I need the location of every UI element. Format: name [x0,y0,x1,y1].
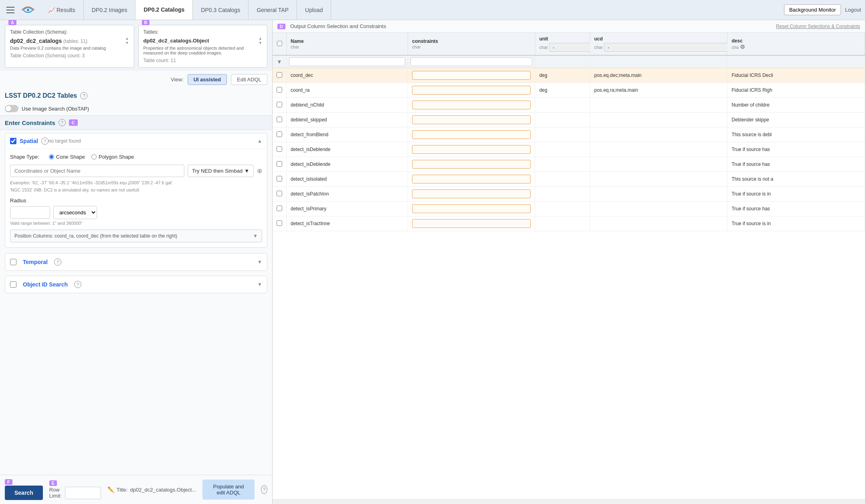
tab-dp03-catalogs[interactable]: DP0.3 Catalogs [193,0,249,20]
ucd-filter-select[interactable]: - [604,43,733,52]
temporal-help-icon[interactable]: ? [54,258,61,266]
row-checkbox-9[interactable] [277,206,282,211]
row-checkbox-0[interactable] [277,72,282,78]
tab-dp02-catalogs[interactable]: DP0.2 Catalogs [135,0,193,20]
row-name-1: coord_ra [287,83,408,98]
constraints-input-6[interactable] [412,160,531,169]
ui-assisted-button[interactable]: UI assisted [188,74,227,85]
spatial-collapse-chevron[interactable]: ▲ [257,138,262,144]
col-header-constraints: constraints char [408,33,535,55]
row-checkbox-5[interactable] [277,146,282,152]
gear-icon[interactable]: ⚙ [740,44,745,50]
object-id-checkbox[interactable] [10,281,16,288]
row-unit-0: deg [535,68,590,83]
hamburger-menu[interactable] [4,4,17,16]
bottom-bar: F Search E Row Limit: 50000 ✏️ Title: dp… [0,475,272,504]
constraints-filter-input[interactable] [410,57,532,66]
row-unit-4 [535,127,590,142]
title-help-icon[interactable]: ? [80,92,87,99]
row-unit-1: deg [535,83,590,98]
reset-link[interactable]: Reset Column Selections & Constraints [776,24,860,29]
horizontal-scrollbar[interactable] [273,499,865,504]
constraints-input-3[interactable] [412,115,531,124]
tab-upload[interactable]: Upload [297,0,331,20]
object-id-expand-chevron[interactable]: ▼ [257,282,262,287]
spatial-header[interactable]: Spatial ? no target found ▲ [5,133,267,149]
row-checkbox-8[interactable] [277,191,282,196]
image-search-toggle[interactable] [5,105,18,112]
radius-row: 10 arcseconds arcminutes degrees [10,206,262,219]
row-checkbox-3[interactable] [277,117,282,122]
enter-constraints-title: Enter Constraints [5,119,55,126]
spatial-help-icon[interactable]: ? [41,137,49,145]
row-name-7: detect_isIsolated [287,172,408,187]
tables-stepper[interactable]: ▲▼ [259,36,262,45]
schema-value-row[interactable]: dp02_dc2_catalogs (tables: 11) ▲▼ [10,36,129,45]
view-label: View: [171,77,184,83]
table-wrapper: Name char constraints char unit char - [273,33,865,499]
constraints-input-2[interactable] [412,101,531,109]
temporal-checkbox[interactable] [10,259,16,265]
row-name-9: detect_isPrimary [287,202,408,216]
row-checkbox-7[interactable] [277,176,282,181]
ned-select[interactable]: Try NED then Simbad ▼ [188,165,254,177]
unit-filter-select[interactable]: - [549,43,596,52]
row-limit-input[interactable]: 50000 [65,487,101,499]
row-checkbox-2[interactable] [277,102,282,107]
constraints-input-0[interactable] [412,71,531,80]
row-limit-wrapper: E Row Limit: 50000 [49,480,101,499]
filter-constraints-cell [408,55,535,68]
row-ucd-9 [590,202,728,216]
temporal-expand-chevron[interactable]: ▼ [257,259,262,265]
row-checkbox-1[interactable] [277,87,282,93]
bottom-help-icon[interactable]: ? [261,485,267,494]
main-layout: A Table Collection (Schema): dp02_dc2_ca… [0,20,865,504]
tab-results[interactable]: 📈 Results [40,0,84,20]
select-all-checkbox[interactable] [277,41,282,46]
constraints-input-1[interactable] [412,86,531,95]
constraints-input-4[interactable] [412,130,531,139]
row-name-6: detect_isDeblende [287,157,408,172]
tab-general-tap[interactable]: General TAP [249,0,297,20]
polygon-shape-option[interactable]: Polygon Shape [91,154,134,160]
schema-stepper[interactable]: ▲▼ [125,36,129,45]
position-cols-chevron[interactable]: ▼ [253,233,258,239]
row-constraints-9 [408,202,535,216]
constraints-input-8[interactable] [412,190,531,198]
spatial-checkbox[interactable] [10,138,16,144]
object-id-help-icon[interactable]: ? [74,281,81,288]
row-checkbox-10[interactable] [277,220,282,226]
row-checkbox-4[interactable] [277,131,282,137]
constraints-input-7[interactable] [412,175,531,183]
populate-adql-button[interactable]: Populate and edit ADQL [202,480,255,500]
constraints-help-icon[interactable]: ? [59,119,66,126]
filter-icon[interactable]: ▼ [277,58,282,65]
row-name-8: detect_isPatchInn [287,187,408,202]
radius-input[interactable]: 10 [10,206,50,219]
col-header-check [273,33,287,55]
position-cols-row[interactable]: Position Columns: coord_ra, coord_dec (f… [10,230,262,242]
edit-adql-button[interactable]: Edit ADQL [231,74,267,85]
row-constraints-8 [408,187,535,202]
badge-d: D [277,24,285,29]
right-header: D Output Column Selection and Constraint… [273,20,865,33]
search-button[interactable]: Search [5,486,43,500]
row-constraints-10 [408,216,535,231]
coords-input[interactable] [10,165,184,177]
tab-dp02-images[interactable]: DP0.2 Images [84,0,136,20]
row-check-cell-3 [273,113,287,127]
row-checkbox-6[interactable] [277,161,282,167]
background-monitor-button[interactable]: Background Monitor [784,4,841,15]
tables-value-row[interactable]: dp02_dc2_catalogs.Object ▲▼ [143,36,263,45]
constraints-input-9[interactable] [412,204,531,213]
badge-a: A [8,20,16,25]
row-name-10: detect_isTractInne [287,216,408,231]
name-filter-input[interactable] [289,57,405,66]
cone-shape-option[interactable]: Cone Shape [49,154,85,160]
constraints-input-5[interactable] [412,145,531,154]
target-icon[interactable]: ⊕ [257,167,262,175]
unit-select[interactable]: arcseconds arcminutes degrees [53,206,97,219]
constraints-input-10[interactable] [412,219,531,228]
logout-button[interactable]: Logout [845,7,861,13]
table-row: detect_fromBlend This source is debl [273,127,865,142]
